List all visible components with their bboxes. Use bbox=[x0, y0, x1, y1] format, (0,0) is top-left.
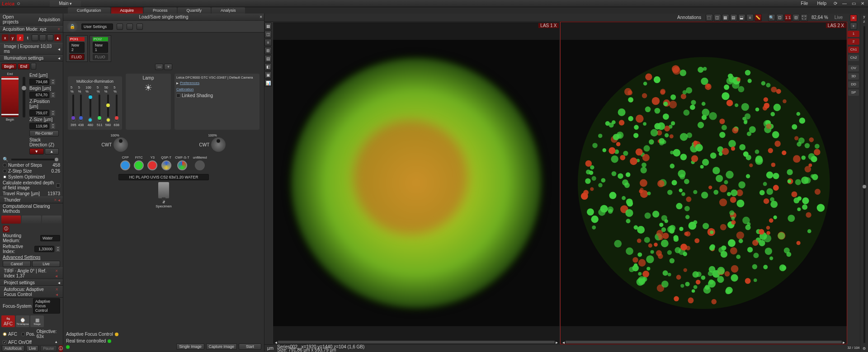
end-value[interactable] bbox=[29, 79, 49, 85]
thunder-header[interactable]: Thunder× ◂ bbox=[0, 197, 63, 203]
mount-medium[interactable]: Water bbox=[40, 235, 60, 241]
svt-8[interactable]: 📊 bbox=[264, 80, 272, 87]
vt-zoomfit[interactable]: ⊡ bbox=[776, 14, 783, 21]
remove-poi[interactable]: — bbox=[155, 64, 163, 70]
menu-help[interactable]: Help bbox=[813, 1, 830, 6]
zstack-begin[interactable]: Begin bbox=[1, 63, 17, 70]
project-settings[interactable]: Project settings◂ bbox=[0, 279, 63, 286]
spinner[interactable]: ▴▾ bbox=[51, 79, 55, 84]
filter-unfiltered[interactable] bbox=[195, 160, 205, 170]
comp-method-3[interactable] bbox=[42, 216, 61, 224]
turret-1[interactable] bbox=[113, 137, 128, 152]
tab-process[interactable]: Process bbox=[144, 7, 177, 14]
edof-check[interactable] bbox=[56, 183, 60, 188]
illum-slider-5[interactable] bbox=[116, 94, 118, 117]
user-settings[interactable]: User Settings bbox=[81, 23, 113, 30]
focus-system[interactable]: Adaptive Focus Control bbox=[33, 298, 60, 314]
scroll-left[interactable]: ◂ bbox=[275, 340, 277, 345]
afc-timelapse[interactable]: ⌚Timelapse bbox=[16, 315, 29, 327]
rt-add[interactable]: + bbox=[850, 23, 857, 30]
z-slider[interactable] bbox=[23, 77, 25, 117]
hscroll1[interactable] bbox=[278, 341, 555, 343]
zstack-bar[interactable] bbox=[1, 76, 19, 117]
tool-settings[interactable] bbox=[47, 34, 54, 41]
hscroll2[interactable] bbox=[566, 341, 842, 343]
footer-live-btn[interactable]: Live bbox=[26, 345, 39, 352]
tool-list[interactable] bbox=[39, 34, 46, 41]
maximize-icon[interactable]: ▭ bbox=[850, 1, 857, 6]
live-btn[interactable]: Live bbox=[32, 261, 60, 267]
svt-7[interactable]: ▣ bbox=[264, 71, 272, 79]
vt-6[interactable]: ≡ bbox=[746, 14, 754, 21]
ov-btn[interactable]: OV bbox=[848, 65, 859, 71]
close-img2[interactable]: X bbox=[841, 23, 844, 28]
capture-image-btn[interactable]: Capture Image bbox=[206, 343, 237, 350]
delete-icon[interactable] bbox=[127, 23, 133, 30]
comp-method-1[interactable] bbox=[1, 216, 21, 224]
filter-CFP[interactable] bbox=[120, 160, 130, 170]
save-icon[interactable] bbox=[117, 23, 123, 30]
tab-configuration[interactable]: Configuration bbox=[68, 7, 110, 14]
axis-t[interactable]: t bbox=[24, 34, 31, 41]
tool-grid[interactable] bbox=[32, 34, 38, 41]
scroll-right[interactable]: ▸ bbox=[556, 340, 558, 345]
vt-5[interactable]: ⬓ bbox=[738, 14, 745, 21]
rt-close[interactable]: ✕ bbox=[850, 14, 857, 22]
vt-2[interactable]: ◫ bbox=[714, 14, 721, 21]
z-scroll[interactable] bbox=[863, 26, 865, 343]
vt-fullscreen[interactable]: ⛶ bbox=[801, 14, 808, 21]
dir-up[interactable]: ▲ bbox=[45, 148, 59, 155]
vt-zoomin[interactable]: 🔍 bbox=[768, 14, 775, 21]
svt-1[interactable]: ▦ bbox=[264, 23, 272, 30]
vt-4[interactable]: ▤ bbox=[730, 14, 737, 21]
tab-analysis[interactable]: Analysis bbox=[212, 7, 245, 14]
filter-Y3[interactable] bbox=[147, 160, 157, 170]
vt-3[interactable]: ▦ bbox=[722, 14, 729, 21]
objective-select[interactable]: HC PL APO UVIS CS2 63x/1.20 WATER bbox=[118, 174, 209, 180]
ch2-btn[interactable]: Ch2 bbox=[848, 55, 859, 61]
menu-file[interactable]: File bbox=[797, 1, 811, 6]
comp-method-2[interactable] bbox=[22, 216, 41, 224]
pos-radio[interactable] bbox=[21, 332, 25, 336]
tirf-header[interactable]: TIRF · Angle 0° | Ref. Index 1,37× ◂ bbox=[0, 268, 63, 279]
up-arrow[interactable]: ▴ bbox=[55, 339, 57, 344]
tab-acquire[interactable]: Acquire bbox=[111, 7, 143, 14]
illum-slider-2[interactable] bbox=[90, 94, 91, 117]
start-btn[interactable]: Start bbox=[239, 343, 261, 350]
footer-pause-btn[interactable]: Pause bbox=[40, 345, 57, 352]
axis-x[interactable]: x bbox=[2, 34, 9, 41]
filter-CWF-S-T[interactable] bbox=[177, 160, 187, 170]
sysopt-radio[interactable] bbox=[3, 175, 7, 179]
poi2-fluo[interactable]: FLUO bbox=[93, 54, 108, 60]
svt-2[interactable]: ◫ bbox=[264, 31, 272, 38]
axis-z[interactable]: z bbox=[17, 34, 24, 41]
advanced-link[interactable]: Advanced Settings bbox=[3, 255, 40, 260]
tab-acquisition[interactable]: Acquisition bbox=[38, 17, 60, 22]
svt-4[interactable]: ⊞ bbox=[264, 47, 272, 54]
image-exposure[interactable]: Image | Exposure 10,03 ms◂ bbox=[0, 43, 63, 55]
minimize-icon[interactable]: — bbox=[841, 1, 848, 6]
zstack-zoom-slider[interactable] bbox=[11, 159, 58, 160]
dir-down[interactable]: ▼ bbox=[29, 148, 44, 155]
vt-zoomout[interactable]: ⊟ bbox=[793, 14, 800, 21]
afc-onoff[interactable]: ✓ bbox=[3, 340, 7, 344]
rt-num2[interactable]: 2 bbox=[848, 38, 859, 45]
rt2-settings[interactable]: ⚙ bbox=[862, 346, 867, 352]
rt-num1[interactable]: 1 bbox=[848, 31, 859, 37]
refractive-index[interactable] bbox=[34, 246, 54, 252]
zsize-value[interactable] bbox=[29, 123, 49, 129]
poi2-select[interactable]: New 1 bbox=[93, 42, 108, 53]
vt-ruler[interactable]: 📏 bbox=[755, 14, 762, 21]
illum-slider-0[interactable] bbox=[72, 94, 74, 117]
lamp-icon[interactable]: ☀ bbox=[127, 82, 169, 93]
vt-1[interactable]: ⬚ bbox=[706, 14, 713, 21]
ch1-btn[interactable]: Ch1 bbox=[848, 47, 859, 53]
illum-slider-1[interactable] bbox=[80, 94, 82, 117]
sp-btn[interactable]: SP bbox=[848, 89, 859, 96]
afc-stage[interactable]: ▦Stage bbox=[30, 315, 44, 327]
tab-quantify[interactable]: Quantify bbox=[178, 7, 211, 14]
tab-open-projects[interactable]: Open projects bbox=[3, 14, 30, 24]
poi1-select[interactable]: New 2 bbox=[69, 42, 85, 53]
zstack-link[interactable] bbox=[31, 63, 36, 70]
axis-y[interactable]: y bbox=[9, 34, 16, 41]
